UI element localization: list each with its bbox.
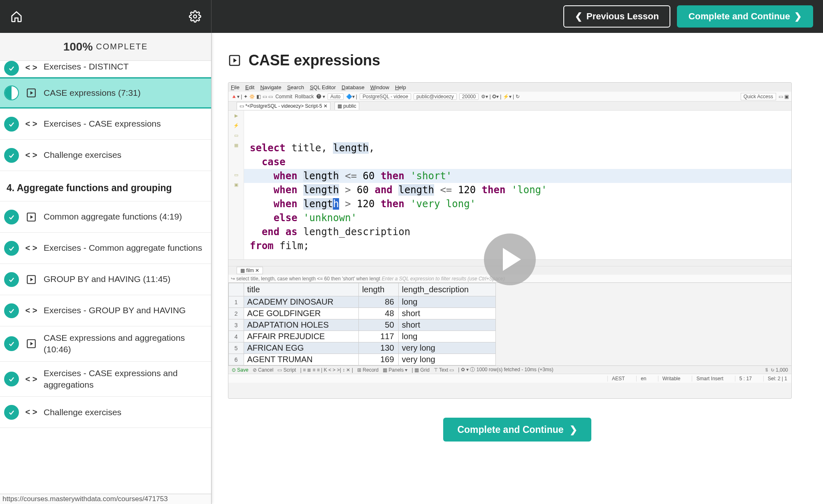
commit-label: Commit: [275, 94, 292, 99]
rows-label: 20000: [459, 93, 479, 100]
status-icon: [4, 272, 19, 287]
chevron-right-icon: ❯: [570, 424, 577, 435]
lesson-title: CASE expressions (7:31): [44, 87, 141, 99]
menu-sql-editor: SQL Editor: [310, 84, 336, 90]
lesson-title: Exercises - GROUP BY and HAVING: [44, 305, 186, 316]
topbar-left: [0, 0, 212, 33]
lesson-title: Exercises - CASE expressions: [44, 118, 161, 129]
table-row: 5AFRICAN EGG130very long: [229, 342, 496, 354]
sidebar2-item-2[interactable]: GROUP BY and HAVING (11:45): [0, 264, 211, 295]
sidebar2-item-1[interactable]: < >Exercises - Common aggregate function…: [0, 233, 211, 264]
lesson-title: Challenge exercises: [44, 407, 121, 418]
settings-button[interactable]: [179, 0, 212, 33]
lesson-title: Exercises - CASE expressions and aggrega…: [44, 368, 205, 391]
status-icon: [4, 148, 19, 163]
ide-menubar: FileEditNavigateSearchSQL EditorDatabase…: [228, 83, 791, 92]
video-icon: [25, 86, 38, 99]
status-icon: [4, 61, 19, 76]
video-icon: [25, 210, 38, 224]
complete-continue-button-top[interactable]: Complete and Continue ❯: [677, 5, 813, 28]
lesson-title: Exercises - Common aggregate functions: [44, 242, 202, 254]
quick-access-label: Quick Access: [741, 93, 776, 100]
database-label: public@videoezy: [414, 93, 457, 100]
topbar: ❮ Previous Lesson Complete and Continue …: [0, 0, 823, 33]
toolbar-glyphs: 🔺▾ | ✦ 🔅 ◧ ▭ ▭: [231, 94, 273, 99]
status-icon: [4, 303, 19, 318]
ide-toolbar: 🔺▾ | ✦ 🔅 ◧ ▭ ▭ Commit Rollback 🅣 ▾ Auto …: [228, 92, 791, 102]
menu-help: Help: [395, 84, 406, 90]
sidebar-item-0[interactable]: < >Exercises - DISTINCT: [0, 61, 211, 77]
progress-header: 100% COMPLETE: [0, 33, 211, 61]
play-square-icon: [228, 54, 241, 67]
ide-statusbar: AEST en Writable Smart Insert 5 : 17 Sel…: [228, 374, 791, 383]
video-player[interactable]: FileEditNavigateSearchSQL EditorDatabase…: [228, 82, 792, 399]
play-button[interactable]: [484, 234, 536, 285]
code-icon: < >: [25, 61, 38, 74]
status-icon: [4, 117, 19, 132]
svg-point-0: [193, 15, 197, 18]
sidebar-item-3[interactable]: < >Challenge exercises: [0, 140, 211, 171]
progress-label: COMPLETE: [96, 42, 148, 51]
ide-tabs: ▭ *<PostgreSQL - videoezy> Script-5 ✕ ▦ …: [228, 102, 791, 111]
home-icon: [10, 10, 23, 23]
main-content: CASE expressions FileEditNavigateSearchS…: [212, 33, 823, 504]
gear-icon: [189, 10, 201, 23]
code-icon: < >: [25, 406, 38, 419]
code-icon: < >: [25, 149, 38, 162]
table-row: 6AGENT TRUMAN169very long: [229, 354, 496, 365]
previous-lesson-label: Previous Lesson: [586, 11, 659, 22]
topbar-right: ❮ Previous Lesson Complete and Continue …: [563, 5, 823, 28]
lesson-title: Common aggregate functions (4:19): [44, 211, 182, 222]
result-grid: title length length_description 1ACADEMY…: [228, 282, 791, 365]
status-icon: [4, 405, 19, 420]
table-row: 4AFFAIR PREJUDICE117long: [229, 331, 496, 342]
page-title: CASE expressions: [249, 52, 380, 69]
svg-marker-4: [30, 215, 33, 219]
section-header: 4. Aggregate functions and grouping: [0, 171, 211, 201]
menu-search: Search: [287, 84, 304, 90]
previous-lesson-button[interactable]: ❮ Previous Lesson: [563, 5, 670, 28]
sidebar-item-1[interactable]: CASE expressions (7:31): [0, 77, 211, 109]
svg-marker-10: [233, 58, 237, 63]
menu-file: File: [231, 84, 239, 90]
complete-continue-label: Complete and Continue: [688, 11, 790, 22]
lesson-title: GROUP BY and HAVING (11:45): [44, 273, 170, 285]
status-url: https://courses.masterywithdata.com/cour…: [0, 494, 211, 504]
complete-continue-label-bottom: Complete and Continue: [457, 424, 563, 435]
rollback-label: Rollback: [295, 94, 314, 99]
status-icon: [4, 210, 19, 224]
status-icon: [4, 372, 19, 386]
home-button[interactable]: [0, 0, 33, 33]
progress-percent: 100%: [63, 40, 93, 53]
lesson-title: Exercises - DISTINCT: [44, 61, 129, 72]
sidebar2-item-4[interactable]: CASE expressions and aggregations (10:46…: [0, 326, 211, 362]
auto-label: Auto: [328, 93, 344, 100]
lesson-title: CASE expressions and aggregations (10:46…: [44, 332, 205, 356]
sidebar-item-2[interactable]: < >Exercises - CASE expressions: [0, 109, 211, 140]
script-tab: ▭ *<PostgreSQL - videoezy> Script-5 ✕: [237, 102, 330, 110]
code-icon: < >: [25, 372, 38, 386]
code-icon: < >: [25, 118, 38, 131]
code-icon: < >: [25, 304, 38, 317]
col-title: title: [244, 283, 358, 296]
sidebar2-item-0[interactable]: Common aggregate functions (4:19): [0, 201, 211, 233]
status-icon: [4, 336, 19, 351]
chevron-right-icon: ❯: [794, 11, 802, 22]
status-icon: [4, 241, 19, 256]
complete-continue-button-bottom[interactable]: Complete and Continue ❯: [443, 418, 591, 442]
sidebar: 100% COMPLETE < >Exercises - DISTINCTCAS…: [0, 33, 212, 504]
col-desc: length_description: [398, 283, 495, 296]
chevron-left-icon: ❮: [575, 11, 582, 22]
table-row: 3ADAPTATION HOLES50short: [229, 319, 496, 331]
sidebar2-item-3[interactable]: < >Exercises - GROUP BY and HAVING: [0, 295, 211, 326]
svg-marker-6: [30, 277, 33, 281]
sidebar2-item-6[interactable]: < >Challenge exercises: [0, 397, 211, 428]
menu-window: Window: [370, 84, 389, 90]
result-toolbar: ⊙ Save ⊘ Cancel ▭ Script | ≡ ≣ ≡ ≡ | K <…: [228, 365, 791, 374]
schema-tab: ▦ public: [335, 102, 359, 110]
table-row: 1ACADEMY DINOSAUR86long: [229, 296, 496, 308]
lesson-list[interactable]: < >Exercises - DISTINCTCASE expressions …: [0, 61, 211, 504]
col-length: length: [358, 283, 398, 296]
sidebar2-item-5[interactable]: < >Exercises - CASE expressions and aggr…: [0, 362, 211, 397]
lesson-headline: CASE expressions: [228, 52, 807, 69]
